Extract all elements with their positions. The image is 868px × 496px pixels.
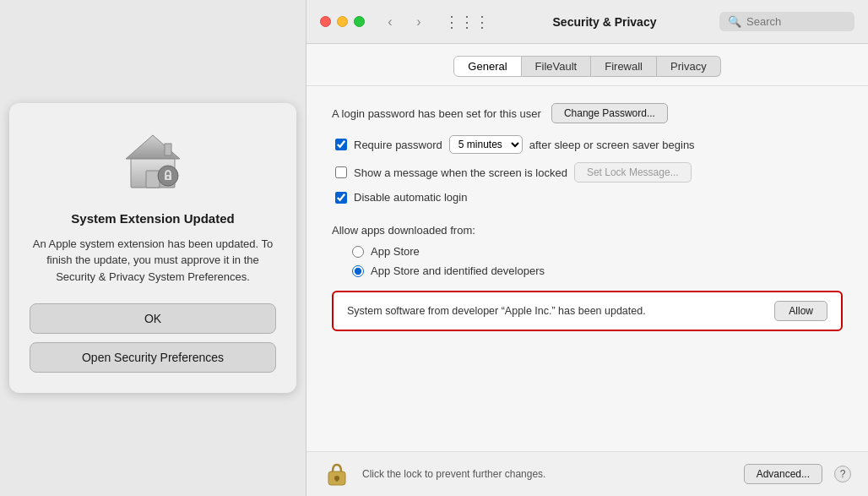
- prefs-footer: Click the lock to prevent further change…: [307, 451, 868, 496]
- tab-bar: General FileVault Firewall Privacy: [307, 44, 868, 86]
- allow-button[interactable]: Allow: [774, 301, 827, 321]
- titlebar: ‹ › ⋮⋮⋮ Security & Privacy 🔍: [307, 0, 868, 44]
- svg-rect-9: [336, 478, 338, 482]
- app-store-identified-label: App Store and identified developers: [371, 264, 545, 277]
- open-security-prefs-button[interactable]: Open Security Preferences: [30, 342, 276, 373]
- require-password-row: Require password 5 minutes after sleep o…: [332, 135, 843, 154]
- show-message-label: Show a message when the screen is locked: [354, 166, 567, 179]
- house-security-icon: [119, 128, 187, 196]
- footer-lock-text: Click the lock to prevent further change…: [362, 468, 732, 480]
- software-banner-text: System software from developer “Apple In…: [347, 305, 646, 317]
- change-password-button[interactable]: Change Password...: [551, 103, 668, 123]
- prefs-content: A login password has been set for this u…: [307, 86, 868, 451]
- app-store-label: App Store: [371, 245, 420, 258]
- close-window-button[interactable]: [320, 16, 331, 27]
- dialog-body: An Apple system extension has been updat…: [30, 236, 276, 286]
- grid-icon: ⋮⋮⋮: [444, 13, 490, 31]
- traffic-lights: [320, 16, 365, 27]
- ok-button[interactable]: OK: [30, 303, 276, 334]
- software-banner: System software from developer “Apple In…: [332, 291, 843, 331]
- svg-point-6: [167, 176, 170, 178]
- help-button[interactable]: ?: [834, 466, 851, 482]
- tab-privacy[interactable]: Privacy: [657, 56, 721, 77]
- after-sleep-label: after sleep or screen saver begins: [529, 139, 695, 151]
- lock-icon[interactable]: [323, 461, 350, 488]
- dialog-panel: System Extension Updated An Apple system…: [0, 0, 306, 496]
- forward-button[interactable]: ›: [407, 10, 431, 34]
- window-title: Security & Privacy: [500, 15, 709, 29]
- app-store-radio-row: App Store: [332, 245, 843, 258]
- minimize-window-button[interactable]: [337, 16, 348, 27]
- require-password-checkbox[interactable]: [335, 139, 347, 150]
- dialog-title: System Extension Updated: [71, 211, 234, 226]
- require-password-label: Require password: [354, 139, 442, 151]
- app-store-radio[interactable]: [352, 246, 364, 258]
- nav-buttons: ‹ ›: [378, 10, 431, 34]
- prefs-panel: ‹ › ⋮⋮⋮ Security & Privacy 🔍 General Fil…: [306, 0, 868, 496]
- login-password-label: A login password has been set for this u…: [332, 107, 541, 120]
- show-message-checkbox[interactable]: [335, 166, 347, 178]
- dialog-box: System Extension Updated An Apple system…: [9, 103, 296, 394]
- allow-apps-label: Allow apps downloaded from:: [332, 224, 843, 237]
- tab-general[interactable]: General: [453, 56, 521, 77]
- set-lock-message-button[interactable]: Set Lock Message...: [574, 162, 692, 183]
- advanced-button[interactable]: Advanced...: [744, 464, 822, 484]
- tab-filevault[interactable]: FileVault: [522, 56, 592, 77]
- svg-rect-2: [146, 171, 160, 188]
- tab-firewall[interactable]: Firewall: [591, 56, 657, 77]
- maximize-window-button[interactable]: [354, 16, 365, 27]
- search-box[interactable]: 🔍: [719, 12, 854, 31]
- require-password-select[interactable]: 5 minutes: [449, 135, 523, 154]
- app-store-identified-radio[interactable]: [352, 265, 364, 277]
- login-password-row: A login password has been set for this u…: [332, 103, 843, 123]
- disable-auto-login-row: Disable automatic login: [332, 191, 843, 204]
- disable-auto-login-label: Disable automatic login: [354, 191, 467, 204]
- search-input[interactable]: [746, 15, 846, 28]
- back-button[interactable]: ‹: [378, 10, 402, 34]
- app-store-identified-radio-row: App Store and identified developers: [332, 264, 843, 277]
- search-icon: 🔍: [728, 15, 741, 28]
- show-message-row: Show a message when the screen is locked…: [332, 162, 843, 183]
- disable-auto-login-checkbox[interactable]: [335, 192, 347, 204]
- svg-rect-3: [165, 144, 171, 155]
